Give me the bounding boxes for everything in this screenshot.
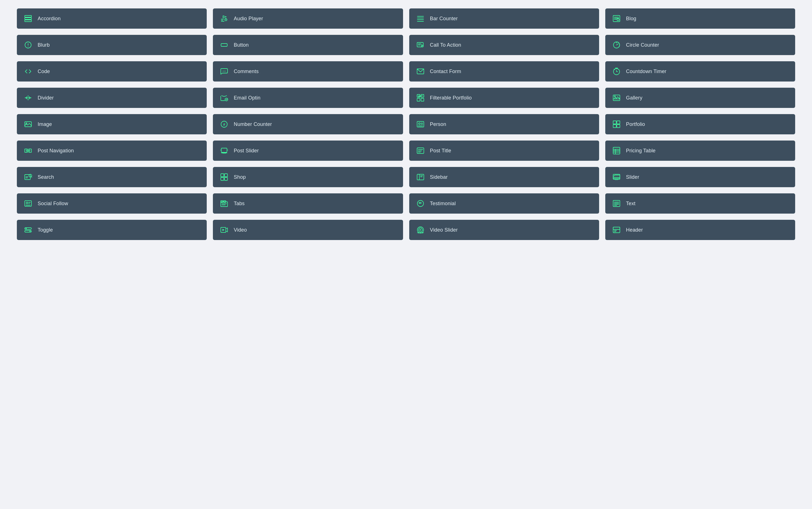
portfolio-label: Portfolio <box>626 122 645 127</box>
svg-rect-33 <box>421 98 424 101</box>
widget-audio-player[interactable]: Audio Player <box>213 8 403 29</box>
portfolio-icon <box>612 119 622 129</box>
svg-rect-39 <box>25 122 32 127</box>
svg-point-15 <box>28 46 28 47</box>
svg-point-44 <box>418 123 420 125</box>
pricing-table-icon <box>612 145 622 156</box>
shop-icon <box>219 172 229 182</box>
search-label: Search <box>38 174 54 180</box>
widget-post-navigation[interactable]: Post Navigation <box>17 140 207 161</box>
svg-rect-75 <box>224 174 227 177</box>
tabs-icon <box>219 198 229 208</box>
widget-blog[interactable]: Blog <box>605 8 795 29</box>
countdown-timer-label: Countdown Timer <box>626 69 666 74</box>
image-label: Image <box>38 122 52 127</box>
header-icon <box>612 225 622 235</box>
person-label: Person <box>430 122 446 127</box>
widget-post-slider[interactable]: Post Slider <box>213 140 403 161</box>
svg-point-24 <box>224 71 224 71</box>
widget-testimonial[interactable]: Testimonial <box>409 193 599 214</box>
widget-post-title[interactable]: Post Title <box>409 140 599 161</box>
post-navigation-label: Post Navigation <box>38 148 74 154</box>
widget-video-slider[interactable]: Video Slider <box>409 220 599 240</box>
circle-counter-label: Circle Counter <box>626 42 659 48</box>
audio-player-icon <box>219 13 229 24</box>
comments-label: Comments <box>234 69 259 74</box>
testimonial-label: Testimonial <box>430 201 456 207</box>
svg-rect-16 <box>221 43 227 46</box>
svg-rect-2 <box>25 20 32 22</box>
widget-image[interactable]: Image <box>17 114 207 134</box>
code-label: Code <box>38 69 50 74</box>
tabs-label: Tabs <box>234 201 245 207</box>
svg-point-40 <box>26 123 27 124</box>
widget-comments[interactable]: Comments <box>213 61 403 81</box>
widget-circle-counter[interactable]: Circle Counter <box>605 35 795 55</box>
widget-email-optin[interactable]: Email Optin <box>213 88 403 108</box>
widget-shop[interactable]: Shop <box>213 167 403 187</box>
video-label: Video <box>234 227 247 233</box>
svg-point-106 <box>30 231 31 232</box>
svg-rect-76 <box>221 177 224 180</box>
button-label: Button <box>234 42 249 48</box>
svg-rect-94 <box>224 201 226 202</box>
countdown-timer-icon <box>612 66 622 76</box>
slider-icon <box>612 172 622 182</box>
widget-video[interactable]: Video <box>213 220 403 240</box>
number-counter-label: Number Counter <box>234 122 272 127</box>
sidebar-label: Sidebar <box>430 174 448 180</box>
widget-social-follow[interactable]: Social Follow <box>17 193 207 214</box>
widget-countdown-timer[interactable]: Countdown Timer <box>605 61 795 81</box>
filterable-portfolio-label: Filterable Portfolio <box>430 95 472 101</box>
widget-person[interactable]: Person <box>409 114 599 134</box>
post-slider-icon <box>219 145 229 156</box>
testimonial-icon <box>415 198 426 208</box>
svg-rect-93 <box>221 201 223 202</box>
video-slider-icon <box>415 225 426 235</box>
sidebar-icon <box>415 172 426 182</box>
svg-rect-51 <box>617 125 620 128</box>
widget-contact-form[interactable]: Contact Form <box>409 61 599 81</box>
video-icon <box>219 225 229 235</box>
text-label: Text <box>626 201 636 207</box>
widget-toggle[interactable]: Toggle <box>17 220 207 240</box>
post-navigation-icon <box>23 145 33 156</box>
svg-rect-55 <box>221 148 227 152</box>
audio-player-label: Audio Player <box>234 16 263 22</box>
svg-rect-117 <box>613 227 620 229</box>
accordion-label: Accordion <box>38 16 61 22</box>
widget-search[interactable]: Search <box>17 167 207 187</box>
widget-sidebar[interactable]: Sidebar <box>409 167 599 187</box>
post-title-icon <box>415 145 426 156</box>
widget-text[interactable]: Text <box>605 193 795 214</box>
svg-marker-108 <box>222 229 224 231</box>
svg-line-71 <box>31 176 32 177</box>
widget-header[interactable]: Header <box>605 220 795 240</box>
gallery-label: Gallery <box>626 95 642 101</box>
widget-filterable-portfolio[interactable]: Filterable Portfolio <box>409 88 599 108</box>
widget-bar-counter[interactable]: Bar Counter <box>409 8 599 29</box>
widget-button[interactable]: Button <box>213 35 403 55</box>
svg-rect-77 <box>224 177 227 180</box>
svg-rect-50 <box>613 125 616 128</box>
widget-gallery[interactable]: Gallery <box>605 88 795 108</box>
widget-slider[interactable]: Slider <box>605 167 795 187</box>
svg-point-105 <box>26 228 27 229</box>
svg-point-23 <box>223 71 223 71</box>
post-title-label: Post Title <box>430 148 451 154</box>
call-to-action-icon <box>415 40 426 50</box>
svg-rect-32 <box>417 98 420 101</box>
svg-rect-74 <box>221 174 224 177</box>
svg-text:#: # <box>223 123 225 127</box>
widget-accordion[interactable]: Accordion <box>17 8 207 29</box>
widget-tabs[interactable]: Tabs <box>213 193 403 214</box>
contact-form-icon <box>415 66 426 76</box>
contact-form-label: Contact Form <box>430 69 461 74</box>
widget-pricing-table[interactable]: Pricing Table <box>605 140 795 161</box>
widget-call-to-action[interactable]: Call To Action <box>409 35 599 55</box>
widget-number-counter[interactable]: # Number Counter <box>213 114 403 134</box>
widget-code[interactable]: Code <box>17 61 207 81</box>
widget-blurb[interactable]: Blurb <box>17 35 207 55</box>
widget-divider[interactable]: Divider <box>17 88 207 108</box>
widget-portfolio[interactable]: Portfolio <box>605 114 795 134</box>
